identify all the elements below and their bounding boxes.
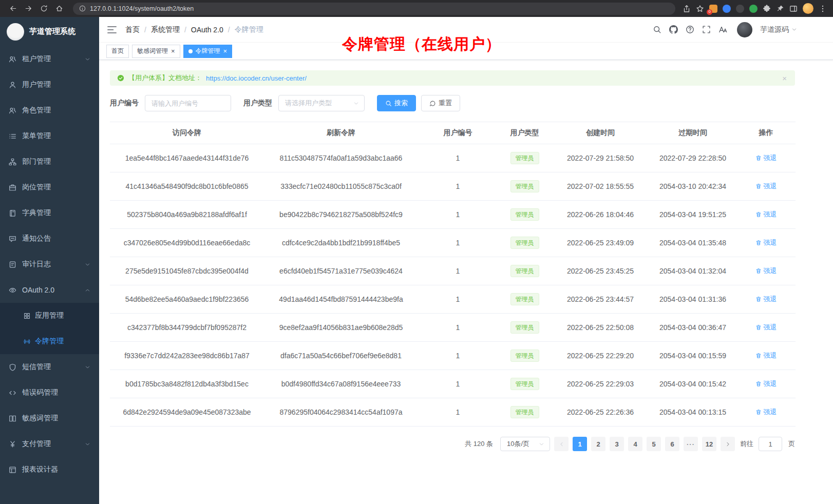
user-id-input[interactable]	[145, 95, 231, 111]
page-more-button[interactable]: ···	[684, 437, 698, 451]
page-button-1[interactable]: 1	[573, 437, 587, 451]
tab-sensitive-word[interactable]: 敏感词管理×	[132, 45, 180, 58]
extension-icon-3[interactable]	[736, 5, 744, 13]
delete-icon	[755, 183, 762, 189]
alert-close-icon[interactable]: ×	[782, 74, 787, 82]
post-icon	[9, 184, 16, 191]
sidebar-item-audit-log[interactable]: 审计日志	[0, 251, 99, 277]
force-logout-button[interactable]: 强退	[755, 323, 777, 332]
page-button-3[interactable]: 3	[610, 437, 624, 451]
tab-token[interactable]: 令牌管理×	[183, 45, 233, 58]
page-button-12[interactable]: 12	[702, 437, 716, 451]
sidebar-item-sms[interactable]: 短信管理	[0, 354, 99, 380]
breadcrumb-home[interactable]: 首页	[125, 25, 140, 34]
tenant-icon	[9, 55, 16, 63]
pagination-total: 共 120 条	[465, 439, 493, 449]
sidebar-item-post[interactable]: 岗位管理	[0, 175, 99, 200]
tab-home[interactable]: 首页	[106, 45, 129, 58]
sidebar-item-label: 岗位管理	[22, 183, 51, 192]
browser-menu-icon[interactable]	[819, 5, 827, 13]
user-menu[interactable]: 芋道源码	[760, 25, 797, 34]
report-icon	[9, 466, 16, 474]
url-bar[interactable]: 127.0.0.1:1024/system/oauth2/token	[73, 3, 675, 15]
page-button-4[interactable]: 4	[628, 437, 642, 451]
force-logout-button[interactable]: 强退	[755, 153, 777, 163]
force-logout-button[interactable]: 强退	[755, 408, 777, 417]
hamburger-icon[interactable]	[107, 25, 117, 35]
refresh-token-cell: be90422b8c7946218275a508bf524fc9	[264, 201, 418, 229]
force-logout-label: 强退	[764, 238, 777, 247]
extension-icon-2[interactable]	[723, 5, 731, 13]
prev-page-button[interactable]	[554, 437, 569, 451]
expire-time-cell: 2022-07-29 22:28:50	[649, 144, 736, 172]
forward-icon[interactable]	[22, 2, 35, 15]
user-id-cell: 1	[418, 201, 498, 229]
github-icon[interactable]	[669, 25, 678, 34]
pin-icon[interactable]	[776, 5, 784, 13]
access-token-cell: 1ea5e44f8bc1467aaede43144f31de76	[110, 144, 264, 172]
reload-icon[interactable]	[37, 2, 50, 15]
sidebar-item-notice[interactable]: 通知公告	[0, 226, 99, 251]
reset-button[interactable]: 重置	[421, 95, 460, 111]
tab-label: 敏感词管理	[137, 47, 168, 55]
sidebar-item-error-code[interactable]: 错误码管理	[0, 380, 99, 405]
side-panel-icon[interactable]	[789, 5, 798, 13]
sidebar-item-oauth2[interactable]: OAuth 2.0	[0, 277, 99, 303]
access-token-cell: b0d1785bc3a8482f812db4a3f3bd15ec	[110, 370, 264, 398]
page-size-select[interactable]: 10条/页	[500, 437, 550, 451]
sidebar-item-pay[interactable]: 支付管理	[0, 431, 99, 457]
sidebar-item-tenant[interactable]: 租户管理	[0, 46, 99, 72]
delete-icon	[755, 409, 762, 415]
sidebar-item-role[interactable]: 角色管理	[0, 98, 99, 123]
tab-close-icon[interactable]: ×	[171, 48, 175, 54]
sidebar-item-report-designer[interactable]: 报表设计器	[0, 457, 99, 482]
home-icon[interactable]	[52, 2, 66, 15]
sidebar-item-user[interactable]: 用户管理	[0, 72, 99, 98]
breadcrumb-system[interactable]: 系统管理	[151, 25, 180, 34]
font-size-icon[interactable]	[718, 25, 727, 34]
force-logout-button[interactable]: 强退	[755, 351, 777, 360]
alert-doc-link[interactable]: https://doc.iocoder.cn/user-center/	[206, 74, 307, 82]
tab-close-icon[interactable]: ×	[223, 48, 228, 54]
user-type-cell: 管理员	[498, 314, 552, 342]
sidebar-item-oauth2-token[interactable]: 令牌管理	[0, 328, 99, 354]
force-logout-button[interactable]: 强退	[755, 182, 777, 191]
extension-icon-4[interactable]	[749, 5, 758, 13]
sidebar-item-oauth2-app[interactable]: 应用管理	[0, 303, 99, 328]
user-id-cell: 1	[418, 257, 498, 285]
sidebar-item-dept[interactable]: 部门管理	[0, 149, 99, 175]
extension-icon-1[interactable]: 0	[709, 5, 717, 13]
page-button-6[interactable]: 6	[665, 437, 679, 451]
chevron-up-icon	[85, 287, 90, 293]
sidebar-item-label: 角色管理	[22, 106, 51, 115]
search-icon[interactable]	[653, 25, 661, 34]
oauth-icon	[9, 286, 16, 294]
app-logo[interactable]: 芋道管理系统	[0, 17, 99, 46]
fullscreen-icon[interactable]	[702, 25, 711, 34]
back-icon[interactable]	[6, 2, 20, 15]
extensions-puzzle-icon[interactable]	[763, 5, 771, 13]
browser-profile-avatar[interactable]	[803, 3, 813, 14]
sidebar-item-sensitive-word[interactable]: 敏感词管理	[0, 405, 99, 431]
sidebar-item-dict[interactable]: 字典管理	[0, 200, 99, 226]
force-logout-button[interactable]: 强退	[755, 266, 777, 276]
bookmark-star-icon[interactable]	[696, 5, 704, 13]
page-size-value: 10条/页	[507, 439, 529, 449]
column-header: 操作	[736, 122, 796, 144]
force-logout-button[interactable]: 强退	[755, 379, 777, 389]
user-id-cell: 1	[418, 172, 498, 201]
user-avatar[interactable]	[737, 22, 752, 37]
force-logout-button[interactable]: 强退	[755, 210, 777, 219]
sidebar-item-menu[interactable]: 菜单管理	[0, 123, 99, 149]
next-page-button[interactable]	[721, 437, 735, 451]
page-button-5[interactable]: 5	[647, 437, 661, 451]
breadcrumb-oauth[interactable]: OAuth 2.0	[191, 26, 223, 34]
force-logout-button[interactable]: 强退	[755, 238, 777, 247]
share-icon[interactable]	[683, 5, 691, 13]
search-button[interactable]: 搜索	[377, 95, 416, 111]
page-button-2[interactable]: 2	[591, 437, 605, 451]
force-logout-button[interactable]: 强退	[755, 295, 777, 304]
help-icon[interactable]	[686, 25, 694, 34]
goto-page-input[interactable]	[759, 437, 782, 451]
user-type-select[interactable]: 请选择用户类型	[278, 95, 365, 111]
